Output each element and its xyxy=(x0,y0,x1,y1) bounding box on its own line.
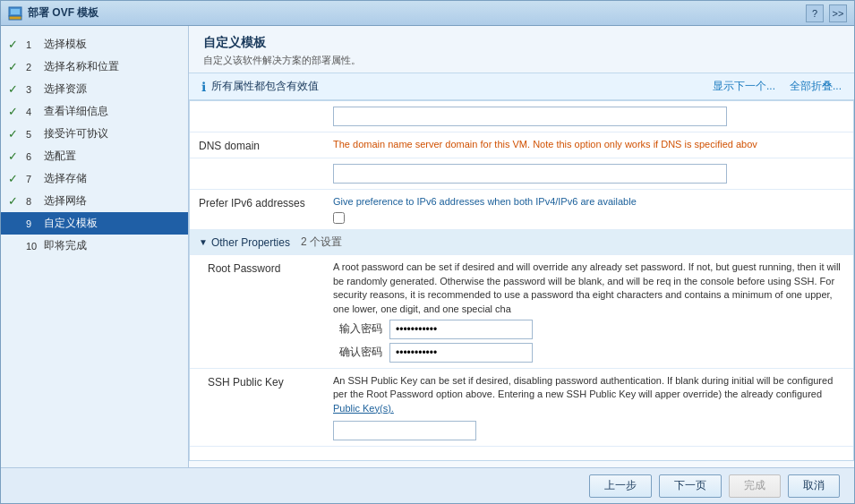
sidebar-item-10[interactable]: 10 即将完成 xyxy=(1,235,188,257)
content-area: 自定义模板 自定义该软件解决方案的部署属性。 ℹ 所有属性都包含有效值 显示下一… xyxy=(189,26,854,467)
step-label-1: 选择模板 xyxy=(44,37,87,52)
svg-rect-2 xyxy=(11,9,20,14)
check-icon-8: ✓ xyxy=(8,194,21,208)
step-num-5: 5 xyxy=(26,129,38,140)
step-num-1: 1 xyxy=(26,39,38,50)
step-label-8: 选择网络 xyxy=(44,193,87,209)
dns-domain-row: DNS domain The domain name server domain… xyxy=(190,132,853,158)
title-bar-right: ? >> xyxy=(806,4,847,22)
help-button[interactable]: ? xyxy=(806,4,824,22)
prefer-ipv6-row: Prefer IPv6 addresses Give preference to… xyxy=(190,190,853,230)
footer: 上一步 下一页 完成 取消 xyxy=(1,467,854,503)
form-table: DNS domain The domain name server domain… xyxy=(190,101,853,447)
ssh-public-key-description: An SSH Public Key can be set if desired,… xyxy=(333,375,833,414)
sidebar-item-6[interactable]: ✓ 6 选配置 xyxy=(1,145,188,167)
other-properties-count: 2 个设置 xyxy=(301,235,342,250)
step-label-7: 选择存储 xyxy=(44,171,87,186)
prefer-ipv6-cell: Give preference to IPv6 addresses when b… xyxy=(324,190,853,230)
ssh-public-key-cell: An SSH Public Key can be set if desired,… xyxy=(324,368,853,446)
ssh-public-key-label: SSH Public Key xyxy=(190,368,324,446)
info-icon: ℹ xyxy=(201,80,206,94)
dns-domain-desc: The domain name server domain for this V… xyxy=(324,132,853,158)
window-icon xyxy=(8,6,22,21)
step-num-6: 6 xyxy=(26,151,38,162)
info-text: 所有属性都包含有效值 xyxy=(211,79,319,94)
sidebar-item-3[interactable]: ✓ 3 选择资源 xyxy=(1,78,188,100)
enter-password-input[interactable] xyxy=(389,320,533,339)
step-label-10: 即将完成 xyxy=(44,238,87,253)
root-password-row: Root Password A root password can be set… xyxy=(190,255,853,369)
step-num-2: 2 xyxy=(26,62,38,73)
dns-domain-input-bottom-row xyxy=(190,158,853,190)
check-icon-5: ✓ xyxy=(8,127,21,141)
title-bar: 部署 OVF 模板 ? >> xyxy=(1,1,854,26)
info-bar-right: 显示下一个... 全部折叠... xyxy=(713,79,842,94)
sidebar-item-9[interactable]: 9 自定义模板 xyxy=(1,212,188,235)
prefer-ipv6-description: Give preference to IPv6 addresses when b… xyxy=(333,196,637,207)
prefer-ipv6-checkbox-row xyxy=(333,212,844,224)
dns-domain-input-top[interactable] xyxy=(333,107,727,126)
check-icon-2: ✓ xyxy=(8,60,21,73)
other-properties-toggle[interactable]: ▼ Other Properties 2 个设置 xyxy=(199,235,844,250)
ssh-public-key-input[interactable] xyxy=(333,421,476,440)
enter-password-label: 输入密码 xyxy=(333,321,382,337)
other-properties-section-row: ▼ Other Properties 2 个设置 xyxy=(190,230,853,255)
show-next-link[interactable]: 显示下一个... xyxy=(713,79,775,94)
expand-button[interactable]: >> xyxy=(829,4,847,22)
prefer-ipv6-label: Prefer IPv6 addresses xyxy=(190,190,324,230)
sidebar-item-2[interactable]: ✓ 2 选择名称和位置 xyxy=(1,56,188,78)
window-title: 部署 OVF 模板 xyxy=(28,5,98,21)
dns-domain-input-row xyxy=(190,101,853,132)
step-num-8: 8 xyxy=(26,196,38,207)
other-properties-section-label: Other Properties xyxy=(211,236,290,249)
step-label-4: 查看详细信息 xyxy=(44,104,108,119)
toggle-arrow-icon: ▼ xyxy=(199,237,208,247)
step-num-4: 4 xyxy=(26,107,38,117)
dns-domain-input-bottom[interactable] xyxy=(333,164,727,184)
dns-input-bottom-cell xyxy=(324,158,853,190)
step-num-9: 9 xyxy=(26,218,38,229)
dns-domain-label: DNS domain xyxy=(190,132,324,158)
page-title: 自定义模板 xyxy=(203,35,840,51)
step-num-3: 3 xyxy=(26,84,38,95)
root-password-label: Root Password xyxy=(190,255,324,369)
step-label-9: 自定义模板 xyxy=(44,216,98,231)
confirm-password-label: 确认密码 xyxy=(333,345,382,360)
content-header: 自定义模板 自定义该软件解决方案的部署属性。 xyxy=(189,26,854,73)
confirm-password-input[interactable] xyxy=(389,343,533,363)
step-num-10: 10 xyxy=(26,241,38,252)
step-num-7: 7 xyxy=(26,174,38,184)
step-label-5: 接受许可协议 xyxy=(44,126,108,141)
sidebar-item-4[interactable]: ✓ 4 查看详细信息 xyxy=(1,100,188,123)
check-icon-4: ✓ xyxy=(8,105,21,118)
check-icon-1: ✓ xyxy=(8,38,21,51)
form-scroll-area[interactable]: DNS domain The domain name server domain… xyxy=(189,100,854,461)
ssh-public-key-row: SSH Public Key An SSH Public Key can be … xyxy=(190,368,853,446)
info-bar: ℹ 所有属性都包含有效值 显示下一个... 全部折叠... xyxy=(189,73,854,100)
svg-rect-1 xyxy=(9,16,21,20)
ssh-public-key-link[interactable]: Public Key(s). xyxy=(333,403,394,414)
root-password-cell: A root password can be set if desired an… xyxy=(324,255,853,369)
step-label-6: 选配置 xyxy=(44,149,76,164)
sidebar-item-8[interactable]: ✓ 8 选择网络 xyxy=(1,190,188,212)
prefer-ipv6-checkbox[interactable] xyxy=(333,212,345,224)
sidebar-item-5[interactable]: ✓ 5 接受许可协议 xyxy=(1,123,188,145)
dns-empty-label xyxy=(190,101,324,132)
sidebar-item-1[interactable]: ✓ 1 选择模板 xyxy=(1,33,188,56)
next-button[interactable]: 下一页 xyxy=(659,474,722,498)
dns-empty-label2 xyxy=(190,158,324,190)
sidebar: ✓ 1 选择模板 ✓ 2 选择名称和位置 ✓ 3 选择资源 ✓ 4 查看详细信息 xyxy=(1,26,189,467)
finish-button[interactable]: 完成 xyxy=(729,474,781,498)
page-subtitle: 自定义该软件解决方案的部署属性。 xyxy=(203,54,840,67)
enter-password-row: 输入密码 xyxy=(333,320,844,339)
check-icon-6: ✓ xyxy=(8,149,21,163)
dns-domain-description: The domain name server domain for this V… xyxy=(333,139,757,149)
other-properties-section-cell: ▼ Other Properties 2 个设置 xyxy=(190,230,853,255)
cancel-button[interactable]: 取消 xyxy=(788,474,840,498)
check-icon-7: ✓ xyxy=(8,172,21,185)
back-button[interactable]: 上一步 xyxy=(589,474,652,498)
dns-input-cell xyxy=(324,101,853,132)
title-bar-left: 部署 OVF 模板 xyxy=(8,5,98,21)
collapse-all-link[interactable]: 全部折叠... xyxy=(790,79,842,94)
sidebar-item-7[interactable]: ✓ 7 选择存储 xyxy=(1,167,188,190)
